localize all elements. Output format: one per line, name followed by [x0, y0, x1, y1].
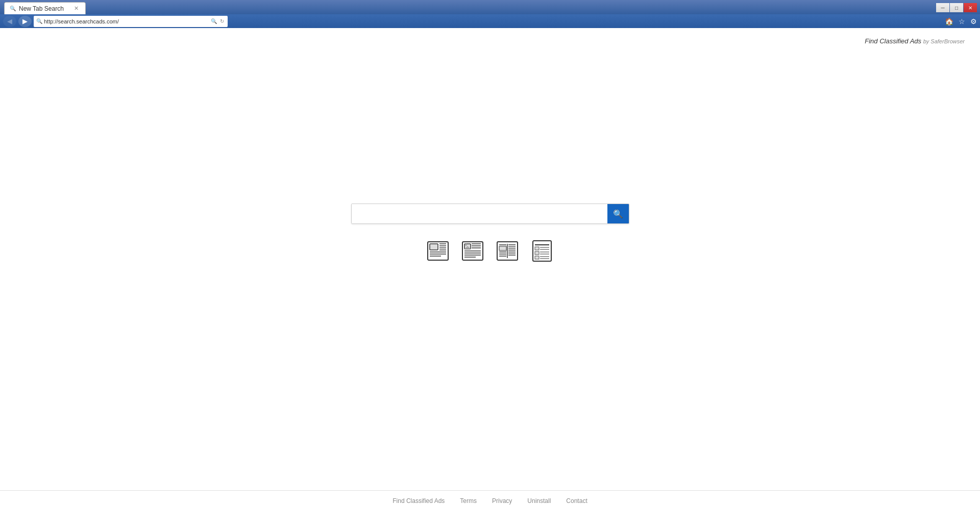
classified-icon-2[interactable]	[460, 238, 485, 264]
icons-row	[425, 238, 555, 264]
brand-name: Find Classified Ads	[865, 37, 921, 45]
svg-rect-1	[430, 244, 438, 250]
active-tab[interactable]: 🔍 New Tab Search ✕	[4, 2, 86, 14]
search-box: 🔍	[351, 204, 629, 224]
brand-by: by SaferBrowser	[923, 38, 965, 44]
url-search-button[interactable]: 🔍	[210, 18, 218, 24]
forward-button[interactable]: ▶	[18, 16, 32, 27]
browser-chrome: ─ □ ✕ 🔍 New Tab Search ✕ ◀ ▶ 🔍 🔍 ↻	[0, 0, 980, 28]
branding-area: Find Classified Ads by SaferBrowser	[865, 37, 965, 45]
toolbar-right: 🏠 ☆ ⚙	[945, 17, 977, 26]
search-button-icon: 🔍	[613, 209, 623, 219]
window-controls: ─ □ ✕	[936, 3, 977, 12]
favorites-button[interactable]: ☆	[959, 17, 965, 26]
minimize-button[interactable]: ─	[936, 3, 949, 12]
page-footer: Find Classified Ads Terms Privacy Uninst…	[0, 490, 980, 511]
svg-rect-38	[535, 251, 539, 255]
search-area: 🔍	[0, 28, 980, 490]
page-content: Find Classified Ads by SaferBrowser 🔍	[0, 28, 980, 511]
svg-rect-23	[499, 246, 506, 250]
footer-link-terms[interactable]: Terms	[460, 497, 477, 504]
footer-link-privacy[interactable]: Privacy	[492, 497, 512, 504]
back-button[interactable]: ◀	[3, 16, 16, 27]
search-input[interactable]	[352, 204, 607, 223]
classified-icon-1[interactable]	[425, 238, 451, 264]
url-refresh-button[interactable]: ↻	[219, 18, 225, 24]
footer-link-uninstall[interactable]: Uninstall	[527, 497, 551, 504]
footer-link-contact[interactable]: Contact	[566, 497, 587, 504]
home-button[interactable]: 🏠	[945, 17, 953, 26]
tab-label: New Tab Search	[19, 5, 64, 12]
close-button[interactable]: ✕	[964, 3, 977, 12]
svg-rect-41	[535, 256, 539, 259]
settings-button[interactable]: ⚙	[970, 17, 977, 26]
footer-link-find-classified-ads[interactable]: Find Classified Ads	[393, 497, 445, 504]
address-bar[interactable]	[44, 18, 208, 24]
tab-row: 🔍 New Tab Search ✕	[0, 0, 980, 14]
tab-close-button[interactable]: ✕	[72, 5, 80, 13]
svg-rect-35	[535, 247, 539, 250]
svg-point-12	[465, 244, 467, 246]
tab-search-icon: 🔍	[10, 6, 16, 11]
maximize-button[interactable]: □	[950, 3, 963, 12]
classified-icon-4[interactable]	[529, 238, 555, 264]
search-button[interactable]: 🔍	[607, 204, 629, 223]
address-bar-container: 🔍 🔍 ↻	[34, 16, 228, 27]
url-bar-actions: 🔍 ↻	[210, 18, 225, 24]
address-search-icon: 🔍	[36, 18, 42, 24]
browser-window: ─ □ ✕ 🔍 New Tab Search ✕ ◀ ▶ 🔍 🔍 ↻	[0, 0, 980, 531]
nav-row: ◀ ▶ 🔍 🔍 ↻ 🏠 ☆ ⚙	[0, 14, 980, 28]
classified-icon-3[interactable]	[495, 238, 520, 264]
